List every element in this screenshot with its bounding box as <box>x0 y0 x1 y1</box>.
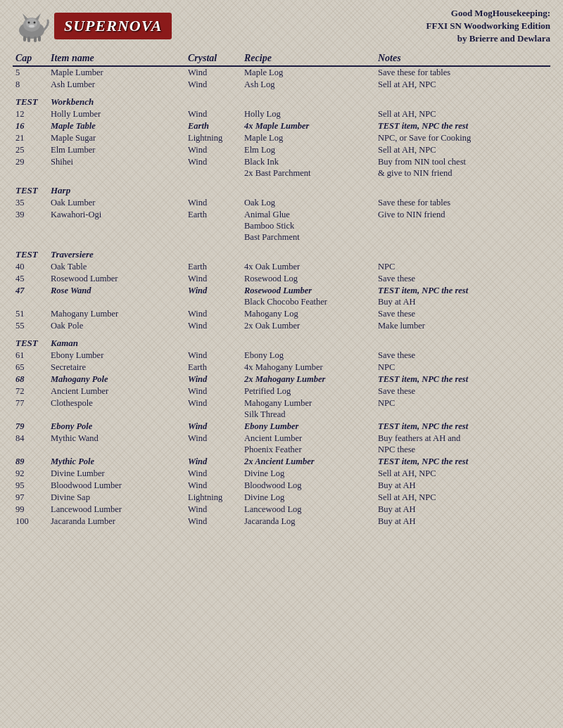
cell-recipe: 4x Oak Lumber <box>241 261 375 273</box>
cell-item: Maple Sugar <box>48 132 185 144</box>
title-line1: Good MogHousekeeping: <box>172 7 550 20</box>
cell-cap: 84 <box>13 433 48 445</box>
cell-recipe: Mahogany Lumber <box>241 397 375 409</box>
table-row: 97 Divine Sap Lightning Divine Log Sell … <box>13 492 550 504</box>
cell-crystal: Earth <box>185 261 241 273</box>
cell-notes <box>375 409 550 421</box>
table-row: 2x Bast Parchment & give to NIN friend <box>13 168 550 179</box>
cell-recipe: Lancewood Log <box>241 504 375 516</box>
cell-notes: Save these <box>375 308 550 320</box>
cell-crystal: Wind <box>185 421 241 433</box>
cell-recipe: Holly Log <box>241 108 375 120</box>
cell-notes: Save these <box>375 385 550 397</box>
table-row: 51 Mahogany Lumber Wind Mahogany Log Sav… <box>13 308 550 320</box>
cell-notes: TEST item, NPC the rest <box>375 373 550 385</box>
cell-notes: Sell at AH, NPC <box>375 108 550 120</box>
svg-point-7 <box>29 25 34 27</box>
cell-crystal: Earth <box>185 209 241 221</box>
cell-notes: TEST item, NPC the rest <box>375 120 550 132</box>
cell-recipe <box>241 91 375 108</box>
cell-item: Rose Wand <box>48 285 185 297</box>
cell-item: Lancewood Lumber <box>48 504 185 516</box>
cell-notes: Save these for tables <box>375 197 550 209</box>
cell-crystal: Earth <box>185 120 241 132</box>
cell-recipe: Ebony Log <box>241 350 375 362</box>
cell-cap: 25 <box>13 144 48 156</box>
cell-cap: 16 <box>13 120 48 132</box>
cell-item: Ash Lumber <box>48 79 185 91</box>
cell-cap: 29 <box>13 156 48 168</box>
table-row: TEST Harp <box>13 179 550 197</box>
cell-recipe <box>241 179 375 197</box>
cell-item: Mahogany Lumber <box>48 308 185 320</box>
table-row: 99 Lancewood Lumber Wind Lancewood Log B… <box>13 504 550 516</box>
cell-item <box>48 297 185 308</box>
table-row: Bast Parchment <box>13 232 550 243</box>
cell-recipe: 2x Ancient Lumber <box>241 456 375 468</box>
cell-cap: 8 <box>13 79 48 91</box>
cell-crystal: Wind <box>185 308 241 320</box>
cell-notes: & give to NIN friend <box>375 168 550 179</box>
cell-cap: 45 <box>13 273 48 285</box>
cell-cap: TEST <box>13 243 48 261</box>
cell-cap <box>13 297 48 308</box>
table-row: 21 Maple Sugar Lightning Maple Log NPC, … <box>13 132 550 144</box>
table-row: 68 Mahogany Pole Wind 2x Mahogany Lumber… <box>13 373 550 385</box>
cell-crystal: Wind <box>185 156 241 168</box>
table-row: 55 Oak Pole Wind 2x Oak Lumber Make lumb… <box>13 320 550 332</box>
cell-recipe: Phoenix Feather <box>241 445 375 456</box>
cell-item: Workbench <box>48 91 185 108</box>
cell-item: Elm Lumber <box>48 144 185 156</box>
cell-cap: TEST <box>13 91 48 108</box>
cell-crystal: Wind <box>185 273 241 285</box>
cell-item: Kaman <box>48 332 185 350</box>
cell-recipe: Maple Log <box>241 132 375 144</box>
cell-notes: Buy feathers at AH and <box>375 433 550 445</box>
cell-recipe: 4x Maple Lumber <box>241 120 375 132</box>
table-row: TEST Kaman <box>13 332 550 350</box>
cell-recipe: 2x Oak Lumber <box>241 320 375 332</box>
cell-notes: Save these <box>375 273 550 285</box>
cell-crystal <box>185 445 241 456</box>
table-row: 29 Shihei Wind Black Ink Buy from NIN to… <box>13 156 550 168</box>
cell-notes <box>375 332 550 350</box>
cell-item: Ebony Lumber <box>48 350 185 362</box>
cell-cap: 40 <box>13 261 48 273</box>
cell-recipe: Animal Glue <box>241 209 375 221</box>
cell-recipe: Divine Log <box>241 468 375 480</box>
table-row: 92 Divine Lumber Wind Divine Log Sell at… <box>13 468 550 480</box>
cell-item: Mythic Wand <box>48 433 185 445</box>
cell-item: Maple Table <box>48 120 185 132</box>
cell-item: Ebony Pole <box>48 421 185 433</box>
cell-recipe: Black Ink <box>241 156 375 168</box>
cell-crystal: Wind <box>185 79 241 91</box>
cell-cap <box>13 221 48 232</box>
cell-crystal: Wind <box>185 108 241 120</box>
cell-notes: NPC <box>375 362 550 373</box>
cell-crystal: Wind <box>185 480 241 492</box>
title-line3: by Brierre and Dewlara <box>172 32 550 45</box>
table-row: 16 Maple Table Earth 4x Maple Lumber TES… <box>13 120 550 132</box>
cell-crystal: Wind <box>185 373 241 385</box>
cell-notes: Buy at AH <box>375 516 550 528</box>
cell-crystal: Wind <box>185 197 241 209</box>
table-row: 45 Rosewood Lumber Wind Rosewood Log Sav… <box>13 273 550 285</box>
cell-crystal: Wind <box>185 504 241 516</box>
cell-cap: 100 <box>13 516 48 528</box>
cell-crystal <box>185 332 241 350</box>
cell-cap: 5 <box>13 66 48 79</box>
table-row: 39 Kawahori-Ogi Earth Animal Glue Give t… <box>13 209 550 221</box>
table-header-row: Cap Item name Crystal Recipe Notes <box>13 50 550 66</box>
cell-crystal <box>185 168 241 179</box>
header-title: Good MogHousekeeping: FFXI SN Woodworkin… <box>172 7 550 46</box>
table-row: 12 Holly Lumber Wind Holly Log Sell at A… <box>13 108 550 120</box>
table-row: 84 Mythic Wand Wind Ancient Lumber Buy f… <box>13 433 550 445</box>
cell-cap: TEST <box>13 179 48 197</box>
svg-marker-3 <box>35 13 41 20</box>
page-header: SUPERNOVA Good MogHousekeeping: FFXI SN … <box>0 0 563 50</box>
cell-crystal: Wind <box>185 456 241 468</box>
cell-notes: Buy from NIN tool chest <box>375 156 550 168</box>
cell-recipe: Rosewood Log <box>241 273 375 285</box>
main-table: Cap Item name Crystal Recipe Notes 5 Map… <box>13 50 550 528</box>
cell-cap: 21 <box>13 132 48 144</box>
